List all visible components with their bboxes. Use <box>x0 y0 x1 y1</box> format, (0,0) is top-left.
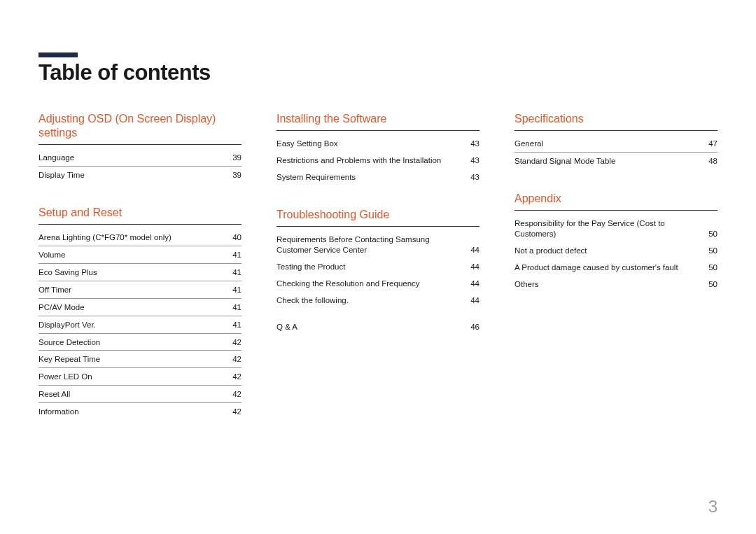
toc-column: Installing the SoftwareEasy Setting Box4… <box>276 112 479 442</box>
toc-entry-label: Requirements Before Contacting Samsung C… <box>276 234 463 255</box>
toc-entry-page: 40 <box>232 232 241 243</box>
toc-entry-label: DisplayPort Ver. <box>38 320 225 330</box>
toc-entry-page: 47 <box>708 139 718 149</box>
toc-group: Arena Lighting (C*FG70* model only)40Vol… <box>38 229 241 420</box>
toc-entry-label: Eco Saving Plus <box>38 267 225 278</box>
toc-group: Language39Display Time39 <box>38 149 241 183</box>
toc-group: Responsibility for the Pay Service (Cost… <box>514 215 718 293</box>
toc-columns: Adjusting OSD (On Screen Display) settin… <box>38 112 718 442</box>
toc-entry-page: 50 <box>708 262 718 273</box>
toc-entry[interactable]: Power LED On42 <box>38 368 241 386</box>
toc-entry-label: Key Repeat Time <box>38 354 225 365</box>
toc-entry[interactable]: Checking the Resolution and Frequency44 <box>276 275 479 292</box>
toc-entry[interactable]: Standard Signal Mode Table48 <box>514 153 718 169</box>
toc-entry-page: 48 <box>708 156 718 167</box>
toc-entry-label: Restrictions and Problems with the Insta… <box>276 155 463 166</box>
toc-entry-page: 50 <box>708 246 718 256</box>
toc-entry[interactable]: System Requirements43 <box>276 169 479 185</box>
toc-entry[interactable]: Language39 <box>38 149 241 167</box>
toc-entry-label: Responsibility for the Pay Service (Cost… <box>514 218 701 239</box>
toc-entry-label: Q & A <box>276 322 463 332</box>
toc-entry[interactable]: Requirements Before Contacting Samsung C… <box>276 231 479 258</box>
toc-entry-page: 44 <box>470 245 479 255</box>
toc-entry-page: 44 <box>470 262 479 272</box>
toc-section: Installing the SoftwareEasy Setting Box4… <box>276 112 479 185</box>
toc-entry-page: 43 <box>470 172 479 183</box>
toc-entry[interactable]: Reset All42 <box>38 386 241 403</box>
toc-entry-label: Others <box>514 279 701 290</box>
toc-entry-page: 42 <box>232 389 241 400</box>
section-heading: Setup and Reset <box>38 206 241 225</box>
toc-entry-label: Testing the Product <box>276 262 463 272</box>
toc-entry-page: 42 <box>232 354 241 365</box>
section-heading: Installing the Software <box>276 112 479 131</box>
toc-section: Adjusting OSD (On Screen Display) settin… <box>38 112 241 183</box>
toc-entry-page: 42 <box>232 372 241 382</box>
section-heading: Troubleshooting Guide <box>276 208 479 227</box>
section-heading: Adjusting OSD (On Screen Display) settin… <box>38 112 241 145</box>
toc-group: Requirements Before Contacting Samsung C… <box>276 231 479 309</box>
toc-entry[interactable]: PC/AV Mode41 <box>38 299 241 316</box>
toc-entry-label: A Product damage caused by customer's fa… <box>514 262 701 273</box>
toc-group: General47Standard Signal Mode Table48 <box>514 135 718 169</box>
page-number: 3 <box>708 497 718 517</box>
toc-entry[interactable]: Q & A46 <box>276 318 479 335</box>
toc-group: Easy Setting Box43Restrictions and Probl… <box>276 135 479 185</box>
toc-entry[interactable]: General47 <box>514 135 718 153</box>
toc-entry-page: 43 <box>470 155 479 166</box>
toc-entry-page: 41 <box>232 285 241 295</box>
toc-entry[interactable]: Key Repeat Time42 <box>38 351 241 368</box>
toc-entry[interactable]: Others50 <box>514 276 718 293</box>
toc-entry-page: 41 <box>232 302 241 313</box>
toc-entry[interactable]: Responsibility for the Pay Service (Cost… <box>514 215 718 242</box>
toc-entry[interactable]: Easy Setting Box43 <box>276 135 479 152</box>
toc-entry-label: Reset All <box>38 389 225 400</box>
toc-entry[interactable]: Testing the Product44 <box>276 258 479 275</box>
toc-entry-label: Not a product defect <box>514 246 701 256</box>
toc-entry-page: 41 <box>232 250 241 260</box>
toc-entry-label: Check the following. <box>276 295 463 306</box>
toc-entry-page: 46 <box>470 322 479 332</box>
toc-group: Q & A46 <box>276 318 479 335</box>
toc-entry[interactable]: DisplayPort Ver.41 <box>38 316 241 334</box>
toc-entry[interactable]: Arena Lighting (C*FG70* model only)40 <box>38 229 241 246</box>
toc-entry-label: Display Time <box>38 170 225 181</box>
toc-entry-page: 42 <box>232 407 241 417</box>
toc-section: AppendixResponsibility for the Pay Servi… <box>514 192 718 293</box>
toc-entry-page: 39 <box>232 170 241 181</box>
toc-entry-page: 44 <box>470 279 479 289</box>
toc-column: Adjusting OSD (On Screen Display) settin… <box>38 112 241 442</box>
toc-entry-label: Off Timer <box>38 285 225 295</box>
toc-entry[interactable]: Not a product defect50 <box>514 242 718 259</box>
toc-section: Troubleshooting GuideRequirements Before… <box>276 208 479 335</box>
toc-entry[interactable]: Off Timer41 <box>38 281 241 299</box>
toc-entry-label: Source Detection <box>38 337 225 348</box>
toc-entry[interactable]: Eco Saving Plus41 <box>38 264 241 281</box>
toc-entry-label: Language <box>38 153 225 163</box>
toc-entry-page: 41 <box>232 267 241 278</box>
toc-entry-label: General <box>514 139 701 149</box>
toc-entry[interactable]: A Product damage caused by customer's fa… <box>514 259 718 276</box>
toc-entry-page: 50 <box>708 279 718 290</box>
toc-entry-page: 42 <box>232 337 241 348</box>
page-title: Table of contents <box>38 60 718 85</box>
toc-entry[interactable]: Source Detection42 <box>38 334 241 351</box>
toc-entry-label: Information <box>38 407 225 417</box>
toc-entry-page: 39 <box>232 153 241 163</box>
toc-entry[interactable]: Information42 <box>38 403 241 420</box>
toc-entry-page: 44 <box>470 295 479 306</box>
toc-entry-label: Power LED On <box>38 372 225 382</box>
toc-entry[interactable]: Volume41 <box>38 246 241 264</box>
section-heading: Appendix <box>514 192 718 211</box>
section-heading: Specifications <box>514 112 718 131</box>
toc-entry-page: 50 <box>708 229 718 239</box>
toc-entry-label: Checking the Resolution and Frequency <box>276 279 463 289</box>
toc-entry-label: Easy Setting Box <box>276 139 463 149</box>
toc-entry[interactable]: Display Time39 <box>38 167 241 183</box>
toc-entry[interactable]: Restrictions and Problems with the Insta… <box>276 152 479 169</box>
toc-entry-label: Arena Lighting (C*FG70* model only) <box>38 232 225 243</box>
accent-bar <box>38 52 78 57</box>
toc-section: SpecificationsGeneral47Standard Signal M… <box>514 112 718 169</box>
toc-entry-label: Volume <box>38 250 225 260</box>
toc-entry[interactable]: Check the following.44 <box>276 292 479 309</box>
